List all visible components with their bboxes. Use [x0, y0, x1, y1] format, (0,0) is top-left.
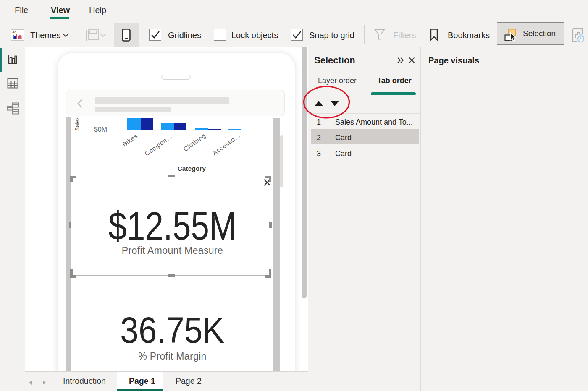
- svg-text:Aa: Aa: [12, 30, 16, 34]
